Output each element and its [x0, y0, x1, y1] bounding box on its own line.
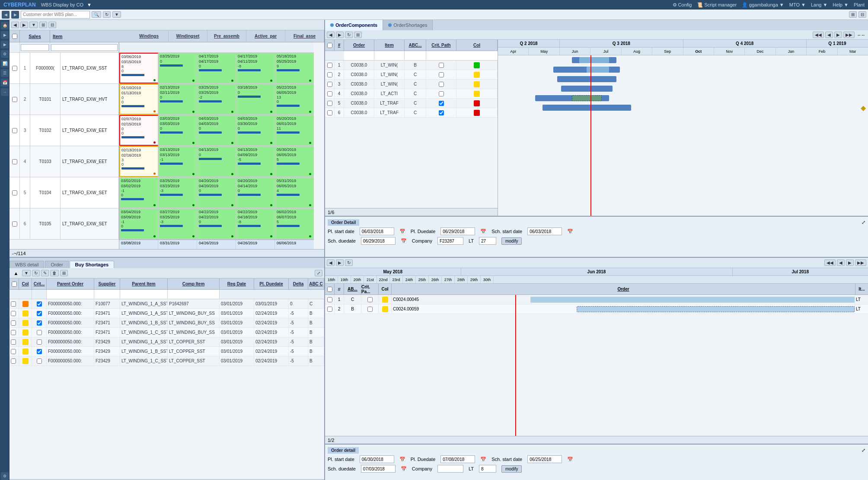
wbs-row-4[interactable]: 4 T0103 LT_TRAFO_EXW_EET — [10, 146, 119, 177]
bot-row3-check[interactable] — [10, 318, 19, 327]
company-input[interactable] — [437, 237, 463, 245]
bot-row3-crit[interactable] — [32, 318, 47, 327]
sub-pl-duedate-input[interactable] — [440, 455, 475, 463]
tab-buy-shortages[interactable]: Buy Shortages — [70, 261, 115, 268]
gantt-cell-5-1[interactable]: 03/02/2019 03/02/2019 -1 0 — [119, 177, 158, 208]
order-row4-crit[interactable] — [426, 89, 456, 98]
wbs-row4-check[interactable] — [10, 146, 20, 177]
wbs-row5-check[interactable] — [10, 177, 20, 208]
wbs-gantt-header-3[interactable]: Active_par — [246, 30, 285, 42]
bot-row2-check[interactable] — [10, 309, 19, 318]
wbs-row-1[interactable]: 1 F000000( LT_TRAFO_EXW_SST — [10, 53, 119, 84]
bot-row6-crit[interactable] — [32, 347, 47, 356]
bot-row2-cb[interactable] — [11, 311, 16, 316]
gantt-cell-2-3[interactable]: 03/25/2019 03/25/2019 -2 — [197, 84, 236, 115]
gantt-cell-1-3[interactable]: 04/17/2019 04/17/2019 0 — [197, 53, 236, 83]
bot-row2-crit[interactable] — [32, 309, 47, 318]
order-row4-cb[interactable] — [327, 91, 332, 96]
wbs-row1-check[interactable] — [10, 53, 20, 83]
bottom-parent-item-header[interactable]: Parent Item — [120, 278, 168, 289]
bot-row5-cb[interactable] — [11, 339, 16, 345]
order-tool-8[interactable]: ▶▶ — [843, 32, 855, 38]
bot-row5-check[interactable] — [10, 337, 19, 346]
sidebar-list-icon[interactable]: ☰ — [1, 69, 9, 77]
sub-row2-crit-check[interactable] — [367, 307, 373, 312]
order-detail-modify-btn[interactable]: modify — [501, 237, 522, 245]
bot-row4-crit-cb[interactable] — [37, 330, 42, 335]
order-row-2[interactable]: 2 C0038.0 LT_WIN( C — [325, 70, 498, 80]
order-row5-check[interactable] — [325, 99, 335, 108]
sidebar-bottom-icon[interactable]: ⚙ — [1, 472, 9, 480]
search-button[interactable]: 🔍 — [92, 11, 101, 18]
sub-select-all[interactable] — [327, 287, 332, 292]
sidebar-chart-icon[interactable]: 📊 — [1, 60, 9, 67]
wbs-row4-checkbox[interactable] — [12, 159, 17, 164]
gantt-cell-5-3[interactable]: 04/20/2019 04/20/2019 0 — [197, 177, 236, 208]
sch-start-input[interactable] — [527, 227, 562, 235]
order-abc-header[interactable]: ABC... — [405, 40, 426, 51]
sub-row1-checkbox[interactable] — [327, 297, 332, 302]
bottom-row-1[interactable]: F000000050.000: F10077 LT_WINDING_1_A_SS… — [10, 299, 324, 309]
gantt-cell-6-5[interactable]: 06/02/2019 06/07/2019 5 — [275, 208, 314, 239]
sidebar-nav2-icon[interactable]: ▶ — [1, 41, 9, 48]
gantt-cell-5-5[interactable]: 05/31/2019 06/05/2019 4 — [275, 177, 314, 208]
bottom-tool-3[interactable]: ✎ — [41, 270, 49, 276]
gantt-cell-4-4[interactable]: 04/13/2019 04/09/2019 -5 — [236, 146, 275, 177]
order-row2-cb[interactable] — [327, 72, 332, 77]
gantt-cell-1-4[interactable]: 04/17/2019 04/11/2019 -8 — [236, 53, 275, 83]
filter-button[interactable]: ▼ — [112, 11, 121, 18]
sub-gantt-next2[interactable]: ▶▶ — [855, 259, 866, 266]
order-row4-check[interactable] — [325, 89, 335, 98]
order-order-header[interactable]: Order — [344, 40, 374, 51]
order-row-1[interactable]: 1 C0038.0 LT_WIN( B — [325, 61, 498, 70]
bot-row5-crit-cb[interactable] — [37, 339, 42, 345]
order-row1-check[interactable] — [325, 61, 335, 70]
calendar-icon-3[interactable]: 📅 — [567, 229, 573, 234]
bottom-comp-item-header[interactable]: Comp Item — [168, 278, 220, 289]
order-row1-cb[interactable] — [327, 63, 332, 68]
sub-row1-check[interactable] — [325, 295, 335, 304]
wbs-row5-checkbox[interactable] — [12, 190, 17, 195]
sub-row2-checkbox[interactable] — [327, 307, 332, 312]
calendar-icon-2[interactable]: 📅 — [480, 229, 486, 234]
order-tool-7[interactable]: ▶ — [834, 32, 842, 38]
order-row-3[interactable]: 3 C0038.0 LT_WIN( C — [325, 80, 498, 89]
sub-row2-check[interactable] — [325, 304, 335, 314]
wbs-row-2[interactable]: 2 T0101 LT_TRAFO_EXW_HVT — [10, 84, 119, 115]
customer-order-search[interactable] — [21, 11, 90, 19]
gantt-cell-3-4[interactable]: 04/03/2019 03/30/2019 0 — [236, 115, 275, 146]
gantt-cell-6-3[interactable]: 04/22/2019 04/22/2019 0 — [197, 208, 236, 239]
nav-forward-icon[interactable]: ▶ — [11, 11, 19, 19]
bot-row7-cb[interactable] — [11, 358, 16, 364]
order-row-5[interactable]: 5 C0038.0 LT_TRAF C — [325, 99, 498, 108]
wbs-sales-filter[interactable] — [21, 44, 49, 51]
sch-duedate-input[interactable] — [361, 237, 396, 245]
bottom-parent-order-header[interactable]: Parent Order — [47, 278, 94, 289]
gantt-cell-6-2[interactable]: 03/27/2019 03/25/2019 -3 — [158, 208, 197, 239]
sub-cal-icon-3[interactable]: 📅 — [567, 457, 573, 462]
gantt-cell-2-5[interactable]: 05/22/2019 06/05/2019 13 0 — [275, 84, 314, 115]
bottom-req-date-header[interactable]: Req Date — [220, 278, 254, 289]
wbs-tool-expand[interactable]: ⊞ — [39, 22, 47, 28]
wbs-select-all[interactable] — [12, 34, 17, 39]
bottom-comp-item-filter[interactable] — [168, 290, 220, 299]
user-menu[interactable]: 👤 ggambalunga ▼ — [742, 2, 784, 8]
bot-row7-crit-cb[interactable] — [37, 358, 42, 364]
bot-row4-check[interactable] — [10, 328, 19, 337]
order-detail-expand-icon[interactable]: ⤢ — [862, 220, 865, 225]
sub-gantt-tool-1[interactable]: ◀ — [327, 259, 335, 266]
order-tool-1[interactable]: ◀ — [327, 32, 335, 38]
sub-gantt-tool-2[interactable]: ▶ — [336, 259, 344, 266]
calendar-icon-4[interactable]: 📅 — [401, 238, 407, 244]
gantt-cell-4-2[interactable]: 03/13/2019 03/13/2019 -1 — [158, 146, 197, 177]
order-tool-4[interactable]: ⊞ — [354, 32, 362, 38]
order-critpath-header[interactable]: Crit. Path — [426, 40, 456, 51]
order-row6-cb[interactable] — [327, 110, 332, 115]
bot-row6-cb[interactable] — [11, 349, 16, 354]
sub-gantt-prev2[interactable]: ◀ — [837, 259, 845, 266]
sidebar-calendar-icon[interactable]: 📅 — [1, 79, 9, 86]
sub-cal-icon-1[interactable]: 📅 — [399, 457, 405, 462]
sub-company-input[interactable] — [437, 465, 463, 473]
bottom-scroll-1[interactable]: ▲ — [11, 271, 21, 276]
order-row5-crit[interactable] — [426, 99, 456, 108]
